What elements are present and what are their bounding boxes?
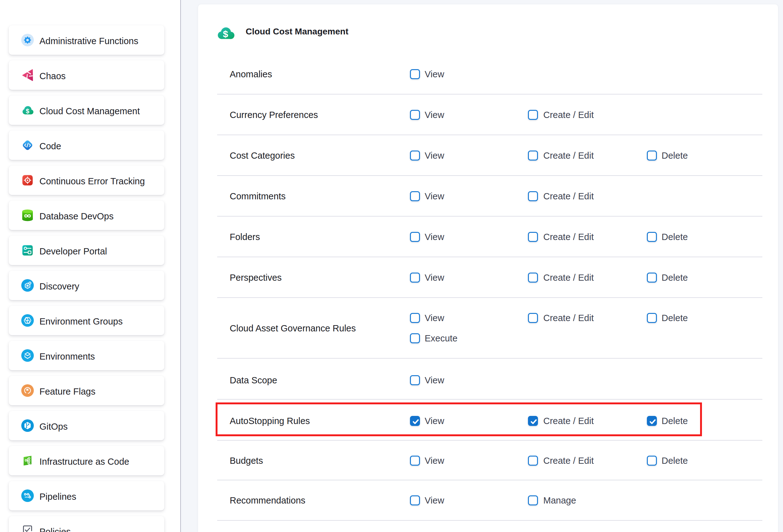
svg-text:$: $ — [223, 29, 228, 39]
svg-text:$: $ — [26, 108, 29, 115]
